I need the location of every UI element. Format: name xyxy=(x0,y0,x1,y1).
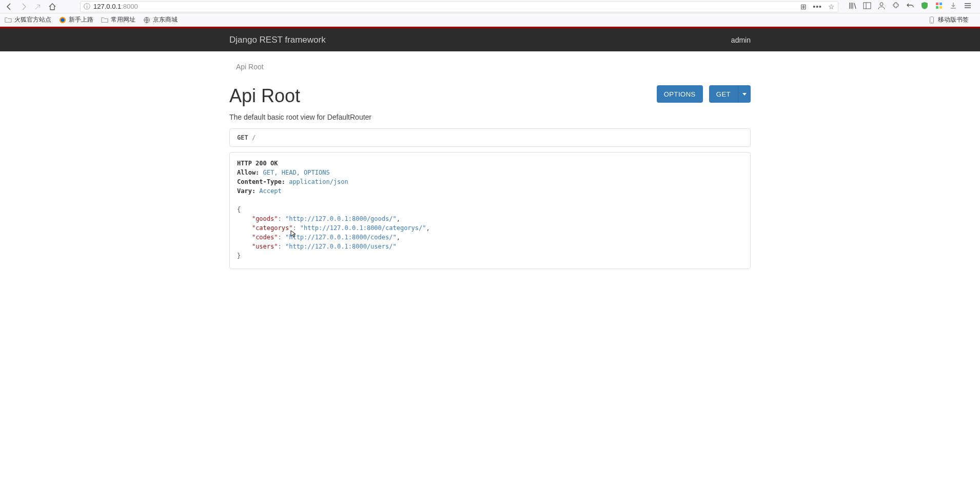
more-icon[interactable]: ••• xyxy=(813,3,822,11)
svg-point-11 xyxy=(931,22,932,22)
folder-icon xyxy=(101,16,109,24)
menu-icon[interactable] xyxy=(964,2,972,12)
drf-user-menu[interactable]: admin xyxy=(731,36,751,44)
firefox-icon xyxy=(58,16,67,24)
json-brace: { xyxy=(237,206,241,213)
back-button[interactable] xyxy=(4,2,14,12)
globe-icon xyxy=(143,16,151,24)
options-button[interactable]: OPTIONS xyxy=(657,85,703,103)
request-box: GET / xyxy=(229,128,751,147)
page-header: Api Root OPTIONS GET xyxy=(229,85,751,107)
svg-point-8 xyxy=(61,18,65,22)
account-icon[interactable] xyxy=(877,2,886,12)
response-status: HTTP 200 OK xyxy=(237,160,278,167)
svg-rect-5 xyxy=(936,6,938,9)
content: Api Root Api Root OPTIONS GET The defaul… xyxy=(229,51,751,269)
shield-icon[interactable] xyxy=(920,2,929,12)
json-key: "categorys" xyxy=(252,224,292,232)
bookmark-item-common-sites[interactable]: 常用网址 xyxy=(101,15,135,24)
request-path: / xyxy=(252,134,256,141)
sidebar-icon[interactable] xyxy=(863,2,871,12)
svg-rect-3 xyxy=(936,3,938,5)
page-title: Api Root xyxy=(229,85,300,107)
get-button[interactable]: GET xyxy=(709,85,738,103)
home-button[interactable] xyxy=(47,2,57,12)
breadcrumb-item[interactable]: Api Root xyxy=(236,63,264,71)
puzzle-icon[interactable] xyxy=(935,2,943,12)
response-header-value: GET, HEAD, OPTIONS xyxy=(263,169,330,176)
bookmark-item-jd[interactable]: 京东商城 xyxy=(143,15,178,24)
page-description: The default basic root view for DefaultR… xyxy=(229,113,751,121)
json-link-codes[interactable]: "http://127.0.0.1:8000/codes/" xyxy=(285,234,397,241)
bookmark-label: 移动版书签 xyxy=(938,15,969,24)
forward-button[interactable] xyxy=(18,2,29,12)
json-link-categorys[interactable]: "http://127.0.0.1:8000/categorys/" xyxy=(300,224,426,232)
json-link-goods[interactable]: "http://127.0.0.1:8000/goods/" xyxy=(285,215,397,222)
info-icon: ⓘ xyxy=(84,2,90,11)
get-button-group: GET xyxy=(709,85,751,103)
json-key: "users" xyxy=(252,243,278,250)
svg-rect-0 xyxy=(864,3,871,9)
response-header-key: Allow: xyxy=(237,169,259,176)
toolbar-right xyxy=(842,2,978,12)
bookmark-label: 京东商城 xyxy=(153,15,178,24)
bookmark-label: 新手上路 xyxy=(69,15,93,24)
url-port: :8000 xyxy=(121,3,138,10)
json-key: "goods" xyxy=(252,215,278,222)
bookmark-label: 火狐官方站点 xyxy=(14,15,51,24)
response-box: HTTP 200 OK Allow: GET, HEAD, OPTIONS Co… xyxy=(229,152,751,269)
library-icon[interactable] xyxy=(849,2,857,12)
url-host: 127.0.0.1 xyxy=(93,3,121,10)
drf-navbar: Django REST framework admin xyxy=(0,28,980,51)
svg-rect-4 xyxy=(939,3,942,5)
bookmark-label: 常用网址 xyxy=(111,15,135,24)
bookmark-item-mobile[interactable]: 移动版书签 xyxy=(928,15,969,24)
response-header-value: application/json xyxy=(289,178,348,185)
breadcrumb: Api Root xyxy=(229,58,751,76)
drf-brand[interactable]: Django REST framework xyxy=(229,35,326,45)
response-header-key: Content-Type: xyxy=(237,178,285,185)
json-brace: } xyxy=(237,252,241,259)
svg-point-2 xyxy=(880,3,883,6)
json-key: "codes" xyxy=(252,234,278,241)
url-bar[interactable]: ⓘ 127.0.0.1:8000 ⊞ ••• ☆ xyxy=(80,1,838,12)
response-header-key: Vary: xyxy=(237,187,256,195)
extension-icon[interactable] xyxy=(892,2,900,12)
mobile-icon xyxy=(928,16,936,24)
request-method: GET xyxy=(237,134,248,141)
folder-icon xyxy=(4,16,12,24)
qr-icon[interactable]: ⊞ xyxy=(800,3,807,11)
response-header-value: Accept xyxy=(259,187,281,195)
reload-button[interactable] xyxy=(33,2,43,12)
download-icon[interactable] xyxy=(949,2,957,12)
svg-rect-6 xyxy=(939,6,942,9)
undo-icon[interactable] xyxy=(906,2,914,12)
bookmarks-bar: 火狐官方站点 新手上路 常用网址 京东商城 移动版书签 xyxy=(0,13,980,27)
get-dropdown-button[interactable] xyxy=(738,85,751,103)
bookmark-star-icon[interactable]: ☆ xyxy=(828,3,835,11)
json-link-users[interactable]: "http://127.0.0.1:8000/users/" xyxy=(285,243,397,250)
browser-nav-bar: ⓘ 127.0.0.1:8000 ⊞ ••• ☆ xyxy=(0,0,980,13)
bookmark-item-getting-started[interactable]: 新手上路 xyxy=(58,15,93,24)
chevron-down-icon xyxy=(742,93,747,96)
bookmark-item-firefox-official[interactable]: 火狐官方站点 xyxy=(4,15,51,24)
